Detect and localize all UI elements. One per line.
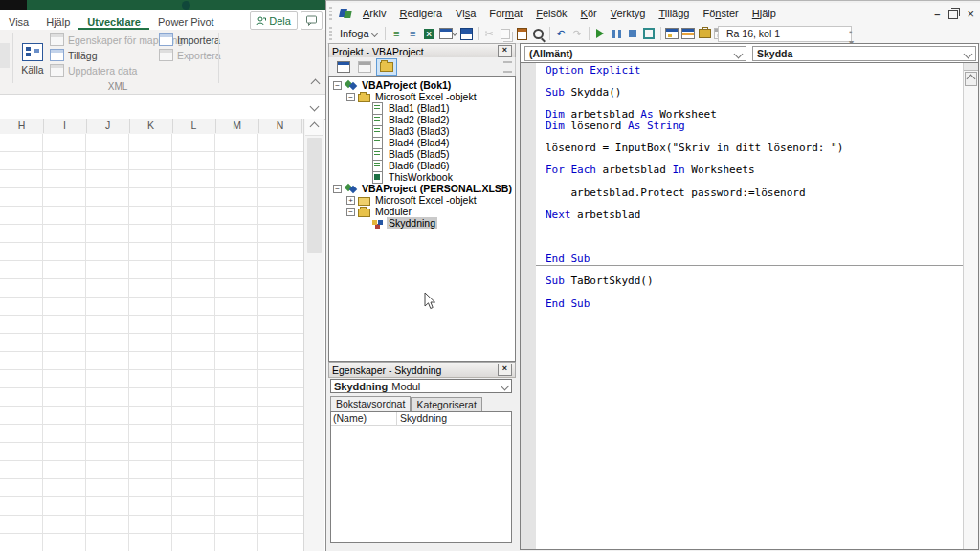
tree-item-blad3-blad3[interactable]: Blad3 (Blad3) <box>360 125 452 137</box>
design-mode-icon[interactable] <box>641 26 657 41</box>
tree-item-blad2-blad2[interactable]: Blad2 (Blad2) <box>360 114 452 125</box>
menu-verktyg[interactable]: Verktyg <box>604 5 653 22</box>
close-button[interactable]: × <box>967 7 974 21</box>
tree-item-vbaproject-personal-xlsb[interactable]: −VBAProject (PERSONAL.XLSB) <box>333 183 514 194</box>
save-icon[interactable] <box>458 26 475 41</box>
align-left-icon[interactable]: ≡ <box>389 26 405 41</box>
tree-item-skyddning[interactable]: Skyddning <box>360 217 437 229</box>
insert-userform-icon[interactable] <box>437 26 458 41</box>
menu-visa[interactable]: Visa <box>449 5 482 22</box>
menu-till-gg[interactable]: Tillägg <box>652 5 696 22</box>
break-icon[interactable] <box>609 26 625 41</box>
ribbon-group-label: XML <box>17 81 218 92</box>
project-panel-close-button[interactable]: × <box>498 45 512 57</box>
column-headers: HIJKLMN <box>0 119 303 135</box>
insert-dropdown-button[interactable]: Infoga <box>335 28 382 39</box>
folder-closed-icon <box>358 194 370 206</box>
restore-button[interactable] <box>948 10 958 19</box>
tab-hj-lp[interactable]: Hjälp <box>37 13 78 30</box>
tree-item-thisworkbook[interactable]: ThisWorkbook <box>360 171 455 183</box>
toggle-folders-icon[interactable] <box>376 58 397 76</box>
properties-object-name: Skyddning <box>334 381 388 392</box>
column-header-l[interactable]: L <box>172 119 216 133</box>
column-header-n[interactable]: N <box>258 119 302 133</box>
view-excel-icon[interactable]: X <box>421 26 437 41</box>
properties-object-dropdown[interactable]: Skyddning Modul <box>330 379 512 393</box>
collapse-icon[interactable]: − <box>346 208 355 216</box>
menu-arkiv[interactable]: Arkiv <box>356 5 392 22</box>
collapse-icon[interactable]: − <box>333 81 342 90</box>
tree-item-moduler[interactable]: −Moduler <box>346 206 413 217</box>
code-segment: For Each <box>546 164 596 176</box>
scroll-up-button[interactable] <box>965 72 977 86</box>
xml-source-button[interactable]: Källa <box>17 33 48 86</box>
view-object-icon[interactable] <box>355 59 374 75</box>
column-header-h[interactable]: H <box>0 119 44 133</box>
scroll-up-button[interactable] <box>305 119 323 136</box>
column-header-k[interactable]: K <box>129 119 173 133</box>
run-icon[interactable] <box>592 26 609 41</box>
scrollbar-thumb[interactable] <box>307 138 322 253</box>
tree-item-blad4-blad4[interactable]: Blad4 (Blad4) <box>360 137 452 148</box>
menu-k-r[interactable]: Kör <box>574 5 604 22</box>
ribbon-item-importera[interactable]: Importera <box>159 33 221 46</box>
property-row[interactable]: (Name) Skyddning <box>331 412 511 426</box>
tab-power-pivot[interactable]: Power Pivot <box>149 13 223 30</box>
menu-redigera[interactable]: Redigera <box>392 5 449 22</box>
project-explorer-icon[interactable] <box>664 26 680 41</box>
procedure-dropdown[interactable]: Skydda <box>752 46 976 61</box>
code-segment <box>640 120 647 132</box>
menu-fels-k[interactable]: Felsök <box>529 5 573 22</box>
tree-item-microsoft-excel-objekt[interactable]: +Microsoft Excel -objekt <box>346 194 479 206</box>
tree-item-blad1-blad1[interactable]: Blad1 (Blad1) <box>360 102 452 114</box>
column-header-m[interactable]: M <box>215 119 259 133</box>
comment-block-icon[interactable]: ≡ <box>405 26 421 41</box>
properties-tab-kategoriserat[interactable]: Kategoriserat <box>411 397 481 411</box>
tree-item-label: VBAProject (PERSONAL.XLSB) <box>360 183 514 194</box>
comments-button[interactable] <box>301 11 323 30</box>
splitter-handle[interactable] <box>964 63 978 71</box>
tab-visa[interactable]: Visa <box>0 13 37 30</box>
toolbar-grip[interactable] <box>329 27 332 40</box>
properties-tab-bokstavsordnat[interactable]: Bokstavsordnat <box>330 396 411 411</box>
tree-item-blad6-blad6[interactable]: Blad6 (Blad6) <box>360 160 452 171</box>
view-object-icon <box>358 61 371 73</box>
properties-panel-titlebar[interactable]: Egenskaper - Skyddning × <box>328 362 516 378</box>
column-header-j[interactable]: J <box>86 119 130 133</box>
properties-window-icon[interactable] <box>680 26 697 41</box>
collapse-icon[interactable]: − <box>333 185 342 193</box>
tree-item-vbaproject-bok1[interactable]: −VBAProject (Bok1) <box>333 79 453 91</box>
column-header-i[interactable]: I <box>43 119 87 133</box>
spreadsheet-grid[interactable] <box>0 134 303 551</box>
find-icon[interactable] <box>530 26 546 41</box>
code-editor[interactable]: Option ExplicitSub Skydda()Dim arbetsbla… <box>536 63 964 549</box>
tab-utvecklare[interactable]: Utvecklare <box>78 13 149 30</box>
minimize-button[interactable]: – <box>934 9 940 20</box>
tree-item-label: Blad6 (Blad6) <box>387 160 452 171</box>
menu-f-nster[interactable]: Fönster <box>696 5 745 22</box>
tree-item-microsoft-excel-objekt[interactable]: −Microsoft Excel -objekt <box>346 91 479 102</box>
share-button[interactable]: Dela <box>250 11 298 30</box>
formula-bar[interactable] <box>0 94 325 120</box>
reset-icon[interactable] <box>625 26 641 41</box>
panel-toolbar-gripper[interactable] <box>503 61 512 73</box>
collapse-icon[interactable]: − <box>346 93 355 101</box>
code-segment: String <box>647 120 685 132</box>
menu-format[interactable]: Format <box>482 5 529 22</box>
menubar-grip[interactable] <box>329 7 332 20</box>
expand-icon[interactable]: + <box>346 196 355 205</box>
toolbox-icon[interactable] <box>697 26 713 41</box>
code-vertical-scrollbar[interactable] <box>963 63 978 549</box>
undo-icon[interactable]: ↶ <box>553 26 569 41</box>
code-line: Next arbetsblad <box>546 209 964 221</box>
excel-ribbon: Källa Egenskaper för mappningTilläggUppd… <box>0 30 325 94</box>
excel-vertical-scrollbar[interactable] <box>303 119 324 551</box>
paste-icon[interactable] <box>514 26 530 41</box>
object-dropdown[interactable]: (Allmänt) <box>524 46 746 61</box>
properties-panel-close-button[interactable]: × <box>498 364 512 376</box>
view-code-icon[interactable] <box>334 59 353 75</box>
code-line: End Sub <box>546 253 964 265</box>
menu-hj-lp[interactable]: Hjälp <box>746 5 783 22</box>
collapse-ribbon-icon[interactable] <box>311 79 321 89</box>
tree-item-blad5-blad5[interactable]: Blad5 (Blad5) <box>360 148 452 160</box>
